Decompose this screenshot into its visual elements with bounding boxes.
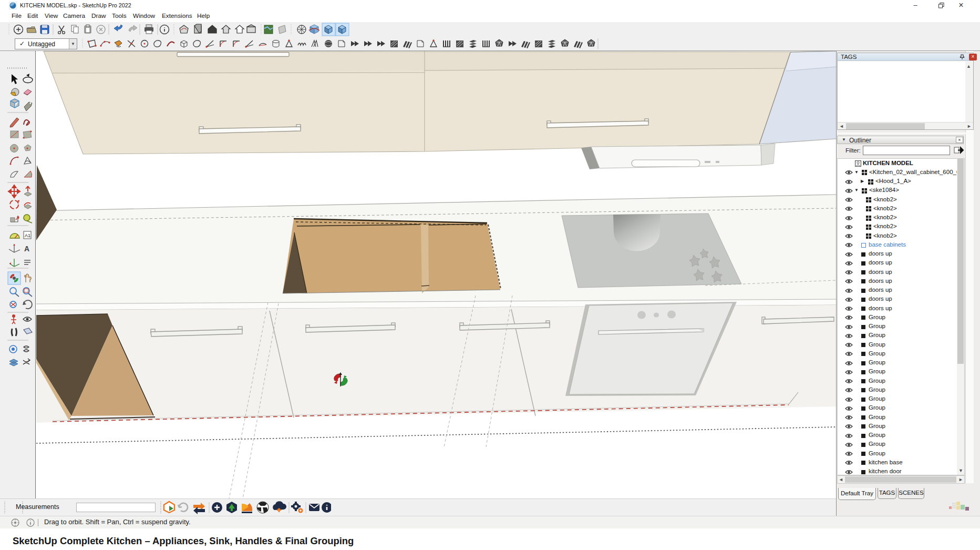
- svg-text:A1: A1: [25, 233, 30, 238]
- svg-text:A: A: [24, 245, 29, 253]
